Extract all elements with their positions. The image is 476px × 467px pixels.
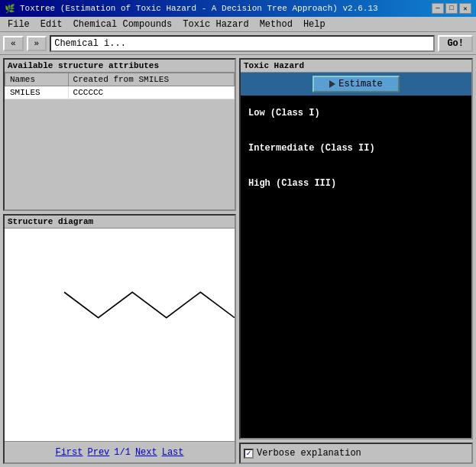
bottom-nav: First Prev 1/1 Next Last: [5, 441, 235, 462]
menu-help[interactable]: Help: [299, 18, 330, 31]
toolbar: « » Go!: [0, 32, 476, 55]
menu-method[interactable]: Method: [255, 18, 297, 31]
menu-bar: File Edit Chemical Compounds Toxic Hazar…: [0, 17, 476, 32]
last-link[interactable]: Last: [162, 447, 184, 458]
checkbox-checkmark: ✓: [246, 449, 251, 458]
structure-title: Structure diagram: [5, 216, 235, 229]
col-header-created: Created from SMILES: [68, 73, 234, 86]
verbose-checkbox[interactable]: ✓: [244, 449, 254, 459]
menu-edit[interactable]: Edit: [36, 18, 67, 31]
title-bar-left: 🌿 Toxtree (Estimation of Toxic Hazard - …: [5, 4, 378, 14]
toxic-content: Estimate Low (Class I) Intermediate (Cla…: [241, 73, 471, 438]
title-bar-buttons: ─ □ ✕: [432, 3, 471, 14]
structure-svg: [5, 229, 235, 441]
next-button[interactable]: »: [27, 36, 47, 51]
structure-canvas: [5, 229, 235, 441]
molecule-bonds: [64, 292, 235, 317]
verbose-panel: ✓ Verbose explanation: [239, 443, 473, 464]
estimate-button[interactable]: Estimate: [312, 76, 400, 92]
close-button[interactable]: ✕: [459, 3, 471, 14]
first-link[interactable]: First: [55, 447, 83, 458]
menu-chemical-compounds[interactable]: Chemical Compounds: [69, 18, 177, 31]
maximize-button[interactable]: □: [445, 3, 458, 14]
cell-smiles-value: CCCCCC: [68, 86, 234, 99]
go-button[interactable]: Go!: [438, 35, 473, 52]
minimize-button[interactable]: ─: [432, 3, 444, 14]
prev-link[interactable]: Prev: [87, 447, 109, 458]
class-high-label: High (Class III): [241, 166, 471, 201]
estimate-row: Estimate: [241, 73, 471, 96]
cell-smiles-name: SMILES: [5, 86, 69, 99]
class-low-label: Low (Class I): [241, 96, 471, 131]
structure-panel: Structure diagram First Prev 1/1 Next La…: [3, 214, 236, 464]
page-indicator: 1/1: [114, 447, 131, 458]
title-bar: 🌿 Toxtree (Estimation of Toxic Hazard - …: [0, 0, 476, 17]
table-row[interactable]: SMILES CCCCCC: [5, 86, 235, 99]
attributes-table: Names Created from SMILES SMILES CCCCCC: [5, 73, 235, 99]
compound-combobox[interactable]: [50, 35, 435, 52]
left-panel: Available structure attributes Names Cre…: [3, 58, 236, 464]
app-icon: 🌿: [5, 4, 15, 14]
right-panel: Toxic Hazard Estimate Low (Class I) Inte…: [239, 58, 473, 464]
menu-toxic-hazard[interactable]: Toxic Hazard: [178, 18, 253, 31]
toxic-panel: Toxic Hazard Estimate Low (Class I) Inte…: [239, 58, 473, 439]
toxic-hazard-title: Toxic Hazard: [241, 60, 471, 73]
verbose-label: Verbose explanation: [257, 448, 361, 459]
menu-file[interactable]: File: [3, 18, 34, 31]
play-icon: [329, 80, 335, 88]
col-header-names: Names: [5, 73, 69, 86]
main-content: Available structure attributes Names Cre…: [0, 55, 476, 467]
attributes-table-wrapper: Names Created from SMILES SMILES CCCCCC: [5, 73, 235, 99]
title-bar-text: Toxtree (Estimation of Toxic Hazard - A …: [20, 4, 378, 13]
prev-button[interactable]: «: [3, 36, 24, 51]
attributes-title: Available structure attributes: [5, 60, 235, 73]
attributes-panel: Available structure attributes Names Cre…: [3, 58, 236, 211]
next-link[interactable]: Next: [135, 447, 157, 458]
estimate-label: Estimate: [338, 79, 383, 89]
class-intermediate-label: Intermediate (Class II): [241, 131, 471, 166]
